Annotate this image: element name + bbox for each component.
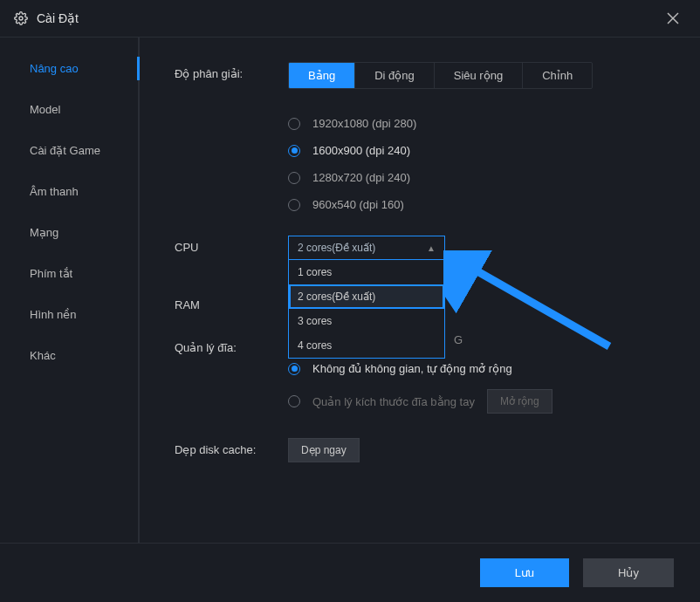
- radio-icon: [288, 395, 300, 407]
- footer: Lưu Hủy: [0, 543, 700, 602]
- sidebar-item-audio[interactable]: Âm thanh: [0, 171, 138, 212]
- resolution-radio-group: 1920x1080 (dpi 280) 1600x900 (dpi 240) 1…: [288, 106, 674, 218]
- resolution-option[interactable]: 1600x900 (dpi 240): [288, 137, 674, 164]
- cpu-option[interactable]: 1 cores: [289, 260, 444, 284]
- tab-custom[interactable]: Chỉnh: [523, 63, 592, 88]
- sidebar-item-network[interactable]: Mạng: [0, 212, 138, 253]
- resolution-options-row: 1920x1080 (dpi 280) 1600x900 (dpi 240) 1…: [175, 106, 674, 218]
- resolution-tabs: Bảng Di động Siêu rộng Chỉnh: [288, 62, 593, 89]
- resolution-option[interactable]: 960x540 (dpi 160): [288, 191, 674, 218]
- resolution-option-label: 1280x720 (dpi 240): [312, 171, 410, 184]
- sidebar-item-game[interactable]: Cài đặt Game: [0, 130, 138, 171]
- sidebar-item-other[interactable]: Khác: [0, 335, 138, 376]
- window-title: Cài Đặt: [37, 11, 660, 25]
- gear-icon: [14, 11, 28, 25]
- cpu-option[interactable]: 2 cores(Đề xuất): [289, 284, 444, 309]
- sidebar-item-label: Hình nền: [30, 308, 77, 321]
- radio-icon: [288, 145, 300, 157]
- clear-cache-button[interactable]: Dẹp ngay: [288, 438, 360, 462]
- disk-option-label: Không đủ không gian, tự động mở rộng: [312, 362, 512, 375]
- disk-label: Quản lý đĩa:: [175, 336, 288, 421]
- cpu-option[interactable]: 3 cores: [289, 309, 444, 333]
- cache-row: Dẹp disk cache: Dẹp ngay: [175, 438, 674, 462]
- tab-widescreen[interactable]: Siêu rộng: [435, 63, 523, 88]
- radio-icon: [288, 363, 300, 375]
- cache-label: Dẹp disk cache:: [175, 438, 288, 462]
- disk-option-label: Quản lý kích thước đĩa bằng tay: [312, 395, 475, 408]
- resolution-option[interactable]: 1280x720 (dpi 240): [288, 164, 674, 191]
- ram-label: RAM: [175, 293, 288, 311]
- resolution-row: Độ phân giải: Bảng Di động Siêu rộng Chỉ…: [175, 62, 674, 89]
- titlebar: Cài Đặt: [0, 0, 700, 37]
- sidebar-item-label: Âm thanh: [30, 185, 79, 198]
- close-button[interactable]: [660, 5, 686, 31]
- resolution-option[interactable]: 1920x1080 (dpi 280): [288, 110, 674, 137]
- sidebar-item-label: Nâng cao: [30, 62, 79, 75]
- cpu-dropdown-value: 2 cores(Đề xuất): [298, 242, 375, 254]
- sidebar-item-advanced[interactable]: Nâng cao: [0, 48, 138, 89]
- sidebar-item-label: Khác: [30, 349, 56, 362]
- resolution-option-label: 1600x900 (dpi 240): [312, 144, 410, 157]
- expand-button: Mở rộng: [487, 389, 552, 414]
- tab-tablet[interactable]: Bảng: [289, 63, 355, 88]
- save-button[interactable]: Lưu: [480, 558, 569, 587]
- radio-icon: [288, 199, 300, 211]
- sidebar-item-model[interactable]: Model: [0, 89, 138, 130]
- disk-option-auto[interactable]: Không đủ không gian, tự động mở rộng: [288, 355, 674, 382]
- content-panel: Độ phân giải: Bảng Di động Siêu rộng Chỉ…: [140, 38, 700, 543]
- disk-unit: G: [454, 333, 463, 346]
- disk-option-manual[interactable]: Quản lý kích thước đĩa bằng tay Mở rộng: [288, 382, 674, 421]
- settings-window: Cài Đặt Nâng cao Model Cài đặt Game Âm t…: [0, 0, 700, 602]
- close-icon: [667, 12, 679, 24]
- resolution-label: Độ phân giải:: [175, 62, 288, 89]
- sidebar-item-label: Phím tắt: [30, 267, 72, 280]
- sidebar-item-shortcuts[interactable]: Phím tắt: [0, 253, 138, 294]
- sidebar-item-label: Mạng: [30, 226, 58, 239]
- tab-mobile[interactable]: Di động: [355, 63, 435, 88]
- sidebar-item-wallpaper[interactable]: Hình nền: [0, 294, 138, 335]
- resolution-option-label: 960x540 (dpi 160): [312, 198, 404, 211]
- cpu-label: CPU: [175, 236, 288, 260]
- sidebar-item-label: Model: [30, 103, 60, 116]
- radio-icon: [288, 172, 300, 184]
- cancel-button[interactable]: Hủy: [583, 558, 674, 587]
- cpu-option[interactable]: 4 cores: [289, 333, 444, 358]
- cpu-row: CPU 2 cores(Đề xuất) ▲ 1 cores 2 cores(Đ…: [175, 236, 674, 260]
- window-body: Nâng cao Model Cài đặt Game Âm thanh Mạn…: [0, 37, 700, 543]
- sidebar-item-label: Cài đặt Game: [30, 144, 100, 157]
- cpu-dropdown-list: 1 cores 2 cores(Đề xuất) 3 cores 4 cores: [288, 260, 445, 359]
- sidebar: Nâng cao Model Cài đặt Game Âm thanh Mạn…: [0, 38, 140, 543]
- radio-icon: [288, 118, 300, 130]
- chevron-up-icon: ▲: [427, 243, 436, 253]
- resolution-option-label: 1920x1080 (dpi 280): [312, 117, 416, 130]
- svg-point-0: [19, 17, 23, 20]
- cpu-dropdown[interactable]: 2 cores(Đề xuất) ▲: [288, 236, 445, 260]
